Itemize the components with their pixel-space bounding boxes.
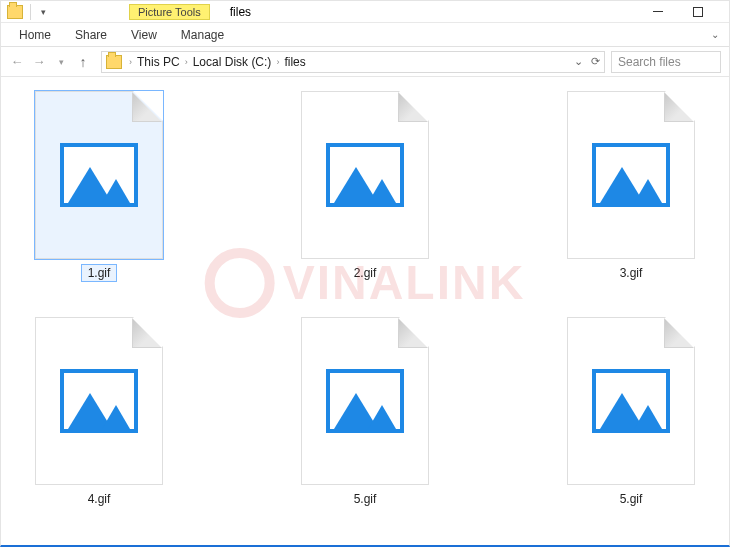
page-fold-icon <box>132 318 162 348</box>
quick-access-toolbar: ▾ <box>1 4 49 20</box>
image-icon <box>592 369 670 433</box>
titlebar: ▾ Picture Tools files <box>1 1 729 23</box>
page-fold-icon <box>132 92 162 122</box>
address-dropdown-icon[interactable]: ⌄ <box>574 55 583 68</box>
crumb-sep-icon[interactable]: › <box>273 57 282 67</box>
file-name[interactable]: 2.gif <box>348 265 383 281</box>
address-bar[interactable]: › This PC › Local Disk (C:) › files ⌄ ⟳ <box>101 51 605 73</box>
qat-dropdown-icon[interactable]: ▾ <box>38 7 49 17</box>
address-row: ← → ▾ ↑ › This PC › Local Disk (C:) › fi… <box>1 47 729 77</box>
nav-back-button[interactable]: ← <box>9 54 25 69</box>
ribbon-tab-home[interactable]: Home <box>19 28 51 42</box>
window-title: files <box>230 5 251 19</box>
ribbon-collapse-icon[interactable]: ⌄ <box>711 29 729 40</box>
file-name[interactable]: 3.gif <box>614 265 649 281</box>
image-icon <box>326 143 404 207</box>
ribbon-tab-manage[interactable]: Manage <box>181 28 224 42</box>
ribbon-tab-share[interactable]: Share <box>75 28 107 42</box>
file-name[interactable]: 5.gif <box>348 491 383 507</box>
maximize-button[interactable] <box>687 3 709 21</box>
content-pane[interactable]: 1.gif2.gif3.gif4.gif5.gif5.gif VINALINK <box>1 77 729 545</box>
file-name[interactable]: 4.gif <box>82 491 117 507</box>
image-icon <box>326 369 404 433</box>
file-thumbnail[interactable] <box>35 317 163 485</box>
file-item[interactable]: 3.gif <box>546 91 716 281</box>
file-item[interactable]: 2.gif <box>280 91 450 281</box>
breadcrumb-local-disk[interactable]: Local Disk (C:) <box>191 55 274 69</box>
file-grid: 1.gif2.gif3.gif4.gif5.gif5.gif <box>11 91 719 507</box>
file-thumbnail[interactable] <box>301 317 429 485</box>
breadcrumb-this-pc[interactable]: This PC <box>135 55 182 69</box>
contextual-tab-picture-tools[interactable]: Picture Tools <box>129 4 210 20</box>
nav-forward-button[interactable]: → <box>31 54 47 69</box>
breadcrumb-files[interactable]: files <box>282 55 307 69</box>
page-fold-icon <box>664 92 694 122</box>
page-fold-icon <box>664 318 694 348</box>
file-name[interactable]: 5.gif <box>614 491 649 507</box>
file-item[interactable]: 1.gif <box>14 91 184 281</box>
image-icon <box>592 143 670 207</box>
search-input[interactable]: Search files <box>611 51 721 73</box>
page-fold-icon <box>398 92 428 122</box>
image-icon <box>60 369 138 433</box>
window-controls <box>647 3 729 21</box>
minimize-button[interactable] <box>647 3 669 21</box>
qat-separator <box>30 4 31 20</box>
file-thumbnail[interactable] <box>567 317 695 485</box>
app-icon <box>7 5 23 19</box>
ribbon-tabs: Home Share View Manage ⌄ <box>1 23 729 47</box>
crumb-sep-icon[interactable]: › <box>182 57 191 67</box>
nav-up-button[interactable]: ↑ <box>75 54 91 70</box>
file-item[interactable]: 4.gif <box>14 317 184 507</box>
image-icon <box>60 143 138 207</box>
crumb-sep-icon[interactable]: › <box>126 57 135 67</box>
refresh-button[interactable]: ⟳ <box>591 55 600 68</box>
file-item[interactable]: 5.gif <box>546 317 716 507</box>
file-name[interactable]: 1.gif <box>82 265 117 281</box>
address-folder-icon <box>106 55 122 69</box>
search-placeholder: Search files <box>618 55 681 69</box>
ribbon-tab-view[interactable]: View <box>131 28 157 42</box>
file-thumbnail[interactable] <box>35 91 163 259</box>
file-thumbnail[interactable] <box>301 91 429 259</box>
file-thumbnail[interactable] <box>567 91 695 259</box>
page-fold-icon <box>398 318 428 348</box>
file-item[interactable]: 5.gif <box>280 317 450 507</box>
nav-recent-dropdown[interactable]: ▾ <box>53 57 69 67</box>
